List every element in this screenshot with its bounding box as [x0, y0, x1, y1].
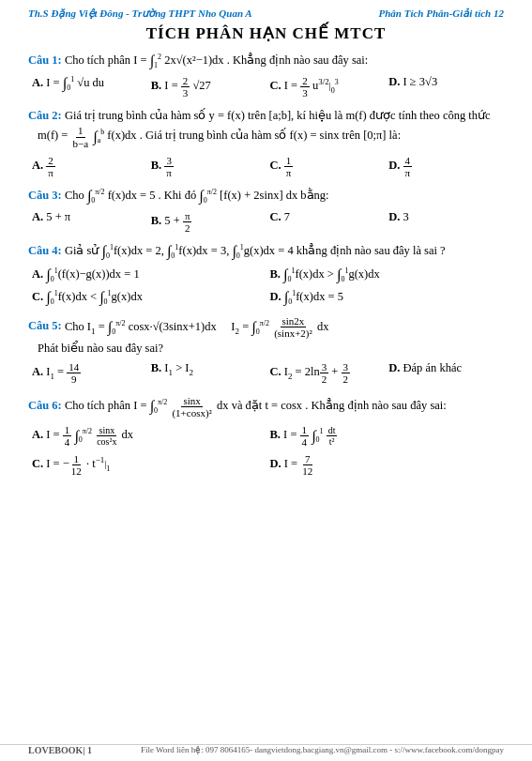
q4-body: Giả sử ∫01f(x)dx = 2, ∫01f(x)dx = 3, ∫01…	[65, 244, 446, 257]
q4-option-b: B. ∫01f(x)dx > ∫01g(x)dx	[266, 265, 505, 285]
q4-option-d: D. ∫01f(x)dx = 5	[266, 287, 505, 308]
q3-option-c: C. 7	[266, 208, 386, 236]
q6-option-a: A. I = 14 ∫0π/2 sinxcos²x dx	[28, 422, 266, 449]
q5-subtext: Phát biểu nào sau đây sai?	[38, 341, 504, 356]
q1-option-b: B. I = 23 √27	[147, 73, 266, 100]
q1-text: Câu 1: Cho tích phân I = ∫12 2x√(x²−1)dx…	[28, 53, 504, 69]
q2-option-b: B. 3π	[147, 153, 266, 180]
footer-right: File Word liên hệ: 097 8064165- dangviet…	[141, 745, 504, 755]
q2-text: Câu 2: Giá trị trung bình của hàm số y =…	[28, 108, 504, 123]
question-4: Câu 4: Giả sử ∫01f(x)dx = 2, ∫01f(x)dx =…	[28, 243, 504, 308]
q6-options: A. I = 14 ∫0π/2 sinxcos²x dx B. I = 14 ∫…	[28, 422, 504, 479]
q2-option-c: C. 1π	[266, 153, 386, 180]
q5-option-a: A. I1 = 149	[28, 359, 147, 387]
header-left: Th.S Đặng Việt Đông - Trường THPT Nho Qu…	[28, 8, 252, 20]
q4-label: Câu 4:	[28, 244, 62, 257]
q5-option-d: D. Đáp án khác	[385, 359, 504, 387]
q6-body: Cho tích phân I = ∫0π/2 sinx(1+cosx)² dx…	[65, 399, 447, 412]
q6-text: Câu 6: Cho tích phân I = ∫0π/2 sinx(1+co…	[28, 395, 504, 419]
q1-label: Câu 1:	[28, 53, 62, 67]
q1-option-a: A. I = ∫01 √u du	[28, 73, 147, 100]
q3-label: Câu 3:	[28, 189, 62, 202]
q2-label: Câu 2:	[28, 109, 62, 122]
q5-option-b: B. I1 > I2	[147, 359, 266, 387]
q4-options: A. ∫01(f(x)−g(x))dx = 1 B. ∫01f(x)dx > ∫…	[28, 265, 504, 309]
q5-body: Cho I1 = ∫0π/2 cosx·√(3sinx+1)dx I2 = ∫0…	[65, 320, 329, 333]
q5-text: Câu 5: Cho I1 = ∫0π/2 cosx·√(3sinx+1)dx …	[28, 315, 504, 339]
page: Th.S Đặng Việt Đông - Trường THPT Nho Qu…	[0, 0, 532, 761]
q1-body: Cho tích phân I = ∫12 2x√(x²−1)dx . Khẳn…	[65, 53, 368, 67]
q6-option-d: D. I = 712	[266, 451, 505, 479]
q6-option-b: B. I = 14 ∫01 dtt²	[266, 422, 505, 449]
q4-option-c: C. ∫01f(x)dx < ∫01g(x)dx	[28, 287, 266, 308]
q3-option-d: D. 3	[385, 208, 504, 236]
q3-option-a: A. 5 + π	[28, 208, 147, 236]
q5-option-c: C. I2 = 2ln32 + 32	[266, 359, 386, 387]
q6-label: Câu 6:	[28, 399, 62, 412]
header: Th.S Đặng Việt Đông - Trường THPT Nho Qu…	[28, 8, 504, 20]
footer-left: LOVEBOOK| 1	[28, 745, 92, 755]
q1-options: A. I = ∫01 √u du B. I = 23 √27 C. I = 23…	[28, 73, 504, 100]
q1-option-c: C. I = 23 u3/2|03	[266, 73, 386, 100]
q1-option-d: D. I ≥ 3√3	[385, 73, 504, 100]
q3-option-b: B. 5 + π2	[147, 208, 266, 236]
main-title: TÍCH PHÂN HẠN CHẾ MTCT	[28, 23, 504, 43]
q2-body: Giá trị trung bình của hàm số y = f(x) t…	[65, 109, 491, 122]
q5-options: A. I1 = 149 B. I1 > I2 C. I2 = 2ln32 + 3…	[28, 359, 504, 387]
question-6: Câu 6: Cho tích phân I = ∫0π/2 sinx(1+co…	[28, 395, 504, 479]
q3-options: A. 5 + π B. 5 + π2 C. 7 D. 3	[28, 208, 504, 236]
q4-option-a: A. ∫01(f(x)−g(x))dx = 1	[28, 265, 266, 285]
q5-label: Câu 5:	[28, 320, 62, 333]
question-2: Câu 2: Giá trị trung bình của hàm số y =…	[28, 108, 504, 179]
q2-formula: m(f) = 1b−a ∫ab f(x)dx . Giá trị trung b…	[38, 125, 504, 148]
q2-options: A. 2π B. 3π C. 1π D. 4π	[28, 153, 504, 180]
header-right: Phân Tích Phân-Giải tích 12	[378, 8, 504, 20]
question-3: Câu 3: Cho ∫0π/2 f(x)dx = 5 . Khi đó ∫0π…	[28, 188, 504, 236]
footer: LOVEBOOK| 1 File Word liên hệ: 097 80641…	[0, 744, 532, 755]
question-1: Câu 1: Cho tích phân I = ∫12 2x√(x²−1)dx…	[28, 53, 504, 100]
q2-option-a: A. 2π	[28, 153, 147, 180]
q4-text: Câu 4: Giả sử ∫01f(x)dx = 2, ∫01f(x)dx =…	[28, 243, 504, 260]
q2-option-d: D. 4π	[385, 153, 504, 180]
q6-option-c: C. I = −112 · t−1|1	[28, 451, 266, 479]
question-5: Câu 5: Cho I1 = ∫0π/2 cosx·√(3sinx+1)dx …	[28, 315, 504, 387]
q3-text: Câu 3: Cho ∫0π/2 f(x)dx = 5 . Khi đó ∫0π…	[28, 188, 504, 205]
q3-body: Cho ∫0π/2 f(x)dx = 5 . Khi đó ∫0π/2 [f(x…	[65, 189, 329, 202]
